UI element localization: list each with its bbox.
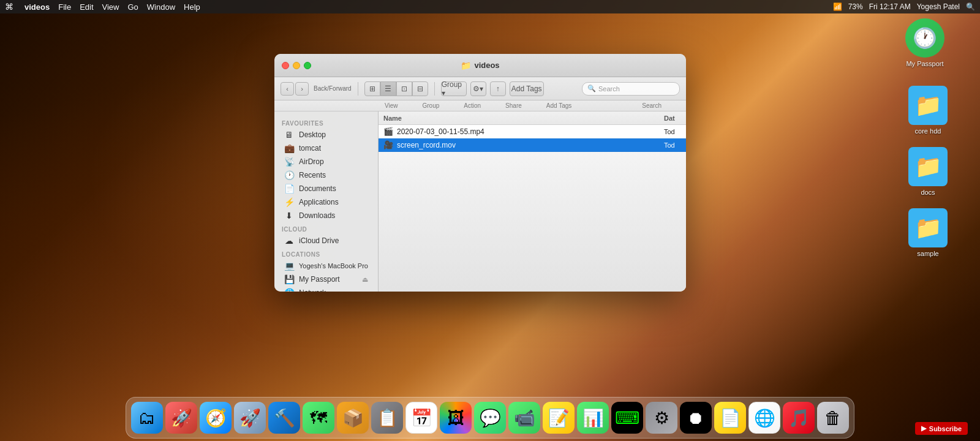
sidebar-item-recents[interactable]: 🕐 Recents (277, 168, 375, 182)
subscribe-label: Subscribe (929, 425, 962, 432)
dock-stickies[interactable]: 📝 (543, 402, 575, 434)
finder-content: Favourites 🖥 Desktop 💼 tomcat 📡 AirDrop … (274, 111, 686, 292)
sidebar-item-tomcat-label: tomcat (299, 144, 321, 153)
view-gallery[interactable]: ⊟ (412, 81, 428, 96)
sidebar-item-desktop[interactable]: 🖥 Desktop (277, 128, 375, 141)
menubar-user[interactable]: Yogesh Patel (917, 2, 960, 11)
sidebar-item-airdrop[interactable]: 📡 AirDrop (277, 155, 375, 168)
menu-file[interactable]: File (58, 2, 71, 12)
sidebar-item-network-label: Network (299, 288, 326, 292)
dock-trash[interactable]: 🗑 (817, 402, 849, 434)
airdrop-icon: 📡 (284, 157, 294, 167)
dock-safari[interactable]: 🧭 (200, 402, 232, 434)
eject-button[interactable]: ⏏ (362, 276, 368, 284)
menubar-right: 📶 73% Fri 12:17 AM Yogesh Patel 🔍 (833, 2, 975, 11)
sidebar-item-macbook-label: Yogesh's MacBook Pro (299, 262, 368, 270)
dock-notes[interactable]: 📄 (714, 402, 746, 434)
view-list[interactable]: ☰ (380, 81, 396, 96)
nav-buttons: ‹ › (281, 82, 309, 96)
sidebar-item-network[interactable]: 🌐 Network (277, 286, 375, 292)
menu-window[interactable]: Window (147, 2, 175, 12)
app-name[interactable]: videos (24, 2, 50, 12)
finder-sidebar: Favourites 🖥 Desktop 💼 tomcat 📡 AirDrop … (274, 111, 379, 292)
view-buttons: ⊞ ☰ ⊡ ⊟ (364, 81, 428, 96)
dock-finder[interactable]: 🗂 (131, 402, 163, 434)
dock-facetime[interactable]: 📹 (508, 402, 540, 434)
file-row-1[interactable]: 🎥 screen_rcord.mov Tod (379, 138, 686, 152)
mypassport-sidebar-icon: 💾 (284, 274, 294, 284)
sidebar-item-icloud-drive[interactable]: ☁ iCloud Drive (277, 234, 375, 247)
sidebar-item-applications[interactable]: ⚡ Applications (277, 195, 375, 209)
dock-sysprefs[interactable]: ⚙ (646, 402, 677, 434)
view-label: View (385, 102, 398, 109)
dock-calendar[interactable]: 📅 (405, 402, 437, 434)
menubar-spotlight[interactable]: 🔍 (966, 2, 975, 11)
sidebar-item-applications-label: Applications (299, 198, 339, 206)
icloud-section: iCloud (274, 222, 378, 234)
dock-photos[interactable]: 🖼 (440, 402, 472, 434)
menubar: ⌘ videos File Edit View Go Window Help 📶… (0, 0, 980, 13)
sidebar-item-recents-label: Recents (299, 171, 326, 179)
sidebar-item-desktop-label: Desktop (299, 130, 326, 139)
desktop-icon-mypassport[interactable]: 🕐 My Passport (900, 18, 949, 67)
sidebar-item-documents[interactable]: 📄 Documents (277, 182, 375, 195)
column-date[interactable]: Dat (662, 115, 686, 122)
dock-chrome[interactable]: 🌐 (748, 402, 780, 434)
minimize-button[interactable] (293, 62, 300, 69)
dock-numbers[interactable]: 📊 (577, 402, 609, 434)
addtags-button[interactable]: Add Tags (510, 81, 544, 96)
forward-button[interactable]: › (295, 82, 309, 96)
subscribe-icon: ▶ (921, 424, 926, 432)
desktop-icon: 🖥 (284, 130, 294, 140)
icloud-icon: ☁ (284, 236, 294, 246)
apple-menu[interactable]: ⌘ (5, 2, 13, 12)
menubar-left: ⌘ videos File Edit View Go Window Help (5, 2, 200, 12)
desktop-icon-corehdd[interactable]: 📁 core hdd (903, 86, 952, 135)
file-label-1: screen_rcord.mov (397, 141, 456, 149)
desktop-icon-sample[interactable]: 📁 sample (903, 208, 952, 257)
menu-view[interactable]: View (102, 2, 119, 12)
back-button[interactable]: ‹ (281, 82, 294, 96)
action-button[interactable]: ⚙▾ (470, 81, 486, 96)
subscribe-badge[interactable]: ▶ Subscribe (915, 422, 968, 435)
search-label: Search (642, 102, 662, 109)
close-button[interactable] (282, 62, 289, 69)
sidebar-item-downloads[interactable]: ⬇ Downloads (277, 209, 375, 222)
sidebar-item-macbook[interactable]: 💻 Yogesh's MacBook Pro (277, 259, 375, 273)
dock-terminal[interactable]: ⌨ (611, 402, 643, 434)
toolbar-separator-2 (434, 82, 435, 96)
group-button[interactable]: Group ▾ (441, 81, 467, 96)
dock-messages[interactable]: 💬 (474, 402, 506, 434)
dock-rocket[interactable]: 🚀 (234, 402, 266, 434)
dock-launchpad[interactable]: 🚀 (165, 402, 197, 434)
group-label: Group (423, 102, 440, 109)
dock-obs[interactable]: ⏺ (680, 402, 712, 434)
file-label-0: 2020-07-03_00-11-55.mp4 (397, 127, 484, 136)
dock-maps[interactable]: 🗺 (303, 402, 334, 434)
dock-xcode[interactable]: 🔨 (268, 402, 300, 434)
docs-icon: 📁 (908, 147, 948, 186)
sidebar-item-airdrop-label: AirDrop (299, 157, 324, 166)
view-column[interactable]: ⊡ (396, 81, 412, 96)
sidebar-item-mypassport[interactable]: 💾 My Passport ⏏ (277, 273, 375, 286)
dock-archive[interactable]: 📦 (337, 402, 369, 434)
view-icon[interactable]: ⊞ (364, 81, 380, 96)
search-placeholder: Search (598, 85, 620, 92)
dock-music[interactable]: 🎵 (783, 402, 815, 434)
file-row-0[interactable]: 🎬 2020-07-03_00-11-55.mp4 Tod (379, 125, 686, 138)
sidebar-item-tomcat[interactable]: 💼 tomcat (277, 141, 375, 155)
column-name[interactable]: Name (379, 115, 662, 122)
share-button[interactable]: ↑ (490, 81, 506, 96)
dock-app1[interactable]: 📋 (371, 402, 403, 434)
file-date-0: Tod (662, 128, 686, 135)
menu-help[interactable]: Help (184, 2, 200, 12)
menu-go[interactable]: Go (128, 2, 138, 12)
desktop-icon-docs[interactable]: 📁 docs (903, 147, 952, 196)
back-forward-label: Back/Forward (314, 85, 352, 92)
maximize-button[interactable] (304, 62, 311, 69)
sample-icon: 📁 (908, 208, 948, 247)
finder-titlebar: 📁 videos (274, 54, 686, 77)
search-box[interactable]: 🔍 Search (582, 82, 680, 96)
action-label: Action (464, 102, 481, 109)
menu-edit[interactable]: Edit (80, 2, 93, 12)
